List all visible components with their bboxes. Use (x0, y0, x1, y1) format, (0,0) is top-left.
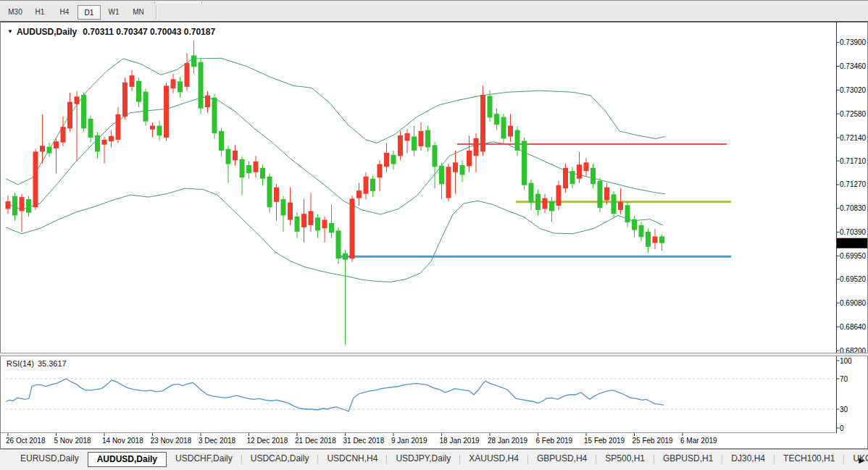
candle-body (377, 164, 383, 178)
candle-body (612, 194, 617, 214)
candle-body (157, 126, 162, 135)
candle-body (419, 131, 424, 146)
candle-body (322, 219, 327, 228)
candle-body (47, 147, 52, 154)
candle-body (405, 133, 410, 140)
candle (164, 83, 169, 141)
candle-body (130, 75, 135, 87)
candle-body (20, 197, 25, 211)
candle (122, 77, 128, 119)
date-tick-label: 6 Feb 2019 (536, 437, 573, 445)
candle-body (584, 162, 589, 171)
candle-body (543, 198, 548, 209)
candle-body (467, 151, 472, 167)
current-price-badge: 0.70187 (837, 238, 867, 248)
chart-plot-area[interactable] (1, 22, 835, 353)
candle-body (185, 63, 190, 87)
candle-body (350, 198, 355, 259)
candle-body (205, 96, 210, 107)
candle-body (240, 159, 245, 177)
pane-splitter[interactable] (0, 353, 868, 356)
candle (33, 149, 38, 210)
candle-body (659, 236, 664, 243)
candle-body (150, 126, 155, 130)
candle-body (618, 202, 623, 210)
candle-body (122, 83, 128, 117)
candle-body (288, 203, 293, 220)
candle-body (6, 201, 11, 209)
price-tick-label: 0.73020 (840, 86, 867, 94)
candle-body (226, 149, 231, 164)
price-tick-label: 0.73900 (840, 38, 867, 46)
candle-body (212, 98, 217, 133)
candle-body (274, 188, 279, 202)
candle-body (109, 136, 114, 141)
candle-body (356, 190, 362, 198)
candle (556, 181, 562, 210)
candle-body (136, 81, 141, 102)
candle-body (33, 151, 38, 207)
date-tick-label: 18 Jan 2019 (440, 437, 480, 445)
candle-body (453, 162, 458, 172)
price-axis[interactable] (837, 22, 867, 433)
candle-body (54, 141, 59, 148)
rsi-line (6, 379, 664, 411)
candle (81, 92, 86, 131)
candle-body (26, 199, 31, 213)
candle-body (446, 167, 451, 198)
candle-body (425, 130, 430, 148)
candle-body (515, 130, 520, 151)
candle-body (343, 253, 348, 260)
mt4-terminal-window: M30H1H4D1W1MN 0.739000.734600.730200.725… (0, 0, 868, 470)
candle-body (591, 168, 596, 184)
candle-body (646, 232, 651, 247)
chevron-down-icon: ▼ (7, 28, 13, 35)
date-tick-label: 25 Feb 2019 (633, 437, 674, 445)
date-tick-label: 15 Feb 2019 (584, 437, 625, 445)
price-tick-label: 0.72140 (840, 134, 867, 142)
rsi-tick-label: 100 (840, 357, 852, 365)
candle-body (412, 137, 417, 151)
candle-body (301, 214, 306, 227)
price-tick-label: 0.68640 (840, 323, 867, 331)
candle-body (370, 179, 375, 191)
candle-body (295, 217, 300, 232)
rsi-tick-label: 30 (840, 406, 848, 414)
candle (212, 94, 217, 139)
candle (267, 173, 272, 212)
date-tick-label: 3 Dec 2018 (199, 437, 236, 445)
candle (143, 88, 149, 125)
candle-body (508, 126, 513, 137)
rsi-value: 35.3617 (38, 359, 67, 368)
chart-canvas[interactable]: 0.739000.734600.730200.725800.721400.717… (0, 0, 868, 470)
date-tick-label: 5 Nov 2018 (54, 437, 92, 445)
candle (446, 164, 451, 201)
price-tick-label: 0.71710 (840, 157, 867, 165)
candle (336, 227, 341, 264)
candle-body (556, 185, 562, 206)
candle-body (577, 164, 582, 178)
candle-body (460, 165, 465, 175)
candle-body (281, 199, 286, 215)
candle-body (102, 140, 107, 145)
date-tick-label: 23 Nov 2018 (151, 437, 192, 445)
price-tick-label: 0.73460 (840, 62, 867, 70)
rsi-tick-label: 0 (840, 424, 844, 432)
candle-body (501, 117, 506, 139)
chart-ohlc-values: 0.70311 0.70347 0.70043 0.70187 (83, 27, 215, 37)
candle (598, 177, 603, 212)
candle-body (598, 181, 603, 208)
candle-body (522, 140, 527, 185)
candle-body (535, 194, 541, 210)
candle (199, 58, 204, 114)
candle-body (199, 62, 204, 109)
candle-body (219, 131, 224, 151)
candle-body (267, 177, 272, 208)
date-tick-label: 26 Oct 2018 (6, 437, 46, 445)
candle-body (40, 146, 45, 151)
candle-body (570, 171, 575, 184)
rsi-name: RSI(14) (7, 359, 34, 368)
candle-body (480, 95, 485, 151)
candle (350, 196, 355, 262)
price-tick-label: 0.70830 (840, 204, 867, 212)
